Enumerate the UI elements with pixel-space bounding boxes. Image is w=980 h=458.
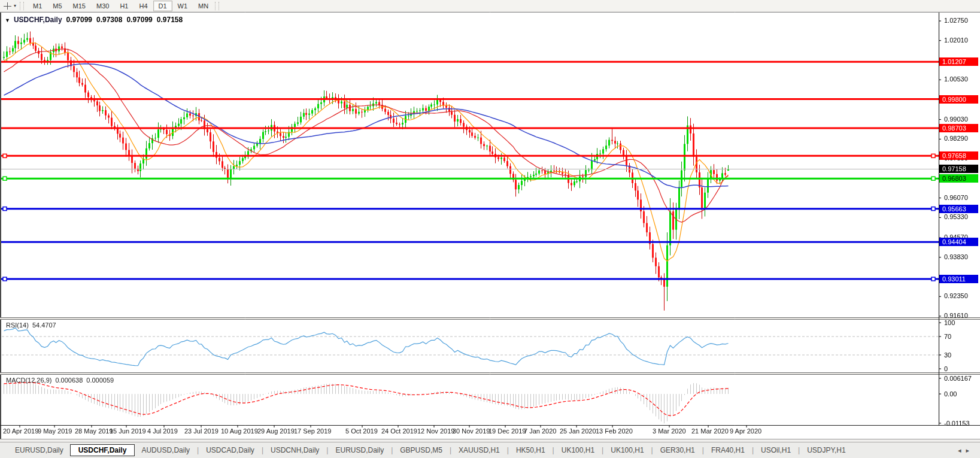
date-axis-label: 30 Nov 2019 bbox=[453, 427, 490, 435]
timeframe-button-group: M1M5M15M30H1H4D1W1MN bbox=[28, 1, 214, 11]
date-axis-label: 23 Jul 2019 bbox=[184, 427, 219, 435]
macd-name: MACD(12,26,9) bbox=[6, 377, 51, 384]
timeframe-button-h4[interactable]: H4 bbox=[134, 1, 153, 11]
chart-tab-usdchf-daily[interactable]: USDCHF,Daily bbox=[70, 444, 135, 456]
toolbar-separator bbox=[215, 2, 219, 10]
macd-indicator-label: MACD(12,26,9)0.0006380.000059 bbox=[6, 377, 117, 384]
date-axis-label: 24 Oct 2019 bbox=[381, 427, 417, 435]
timeframe-button-m1[interactable]: M1 bbox=[28, 1, 47, 11]
price-axis-tick: 0.98290 bbox=[944, 135, 968, 142]
chart-tab-uk100-h1[interactable]: UK100,H1 bbox=[555, 444, 601, 456]
chart-tab-usdjpy-h1[interactable]: USDJPY,H1 bbox=[800, 444, 852, 456]
date-axis-label: 21 Mar 2020 bbox=[691, 427, 729, 435]
price-axis-tick: 0.91610 bbox=[944, 312, 968, 319]
price-axis-tick: 1.02010 bbox=[944, 37, 968, 44]
chart-tab-hk50-h1[interactable]: HK50,H1 bbox=[509, 444, 552, 456]
date-axis-label: 4 Jul 2019 bbox=[147, 427, 178, 435]
date-axis-label: 20 Apr 2019 bbox=[3, 427, 38, 435]
chart-tab-gbpusd-m5[interactable]: GBPUSD,M5 bbox=[393, 444, 449, 456]
ohlc-low: 0.97099 bbox=[126, 16, 152, 24]
mt4-terminal: { "app": { "toolbar": { "cursor_tool_dro… bbox=[0, 0, 980, 458]
ohlc-close: 0.97158 bbox=[157, 16, 183, 24]
rsi-value: 54.4707 bbox=[32, 321, 56, 329]
date-axis-label: 13 Feb 2020 bbox=[596, 427, 633, 435]
date-axis-label: 10 Aug 2019 bbox=[221, 427, 258, 435]
price-level-tag: 0.97658 bbox=[939, 151, 978, 160]
ohlc-open: 0.97099 bbox=[66, 16, 92, 24]
date-axis-label: 17 Sep 2019 bbox=[294, 427, 331, 435]
macd-axis-tick: -0.01153 bbox=[944, 420, 970, 427]
date-axis-label: 29 Aug 2019 bbox=[257, 427, 295, 435]
date-axis-label: 7 Jan 2020 bbox=[524, 427, 556, 435]
price-level-tag: 0.94404 bbox=[939, 238, 978, 246]
price-axis-tick: 0.96070 bbox=[944, 194, 968, 201]
timeframe-button-mn[interactable]: MN bbox=[193, 1, 214, 11]
ohlc-high: 0.97308 bbox=[96, 16, 122, 24]
price-axis-tick: 0.93830 bbox=[944, 253, 968, 260]
price-axis-tick: 1.02750 bbox=[944, 17, 968, 24]
date-axis-label: 9 Apr 2020 bbox=[730, 427, 761, 435]
chart-toolbar: ▾ M1M5M15M30H1H4D1W1MN bbox=[0, 0, 980, 12]
price-level-tag: 0.99800 bbox=[939, 95, 978, 104]
price-axis-tick: 0.99030 bbox=[944, 116, 968, 123]
timeframe-button-m30[interactable]: M30 bbox=[91, 1, 114, 11]
chart-tab-eurusd-daily[interactable]: EURUSD,Daily bbox=[8, 444, 70, 456]
chart-tab-audusd-daily[interactable]: AUDUSD,Daily bbox=[135, 444, 196, 456]
tab-scroll-right-button[interactable]: ▸ bbox=[966, 447, 974, 454]
rsi-axis-tick: 100 bbox=[944, 319, 955, 326]
macd-axis-tick: 0.006167 bbox=[944, 375, 972, 382]
date-axis-label: 5 Oct 2019 bbox=[345, 427, 378, 435]
tab-scroll-left-button[interactable]: ◂ bbox=[958, 447, 966, 454]
timeframe-button-d1[interactable]: D1 bbox=[153, 1, 172, 11]
date-axis-label: 12 Nov 2019 bbox=[417, 427, 454, 435]
price-level-tag: 1.01207 bbox=[939, 57, 978, 66]
macd-value: 0.000638 bbox=[55, 377, 83, 384]
date-axis-label: 15 Jun 2019 bbox=[110, 427, 146, 435]
timeframe-button-w1[interactable]: W1 bbox=[172, 1, 193, 11]
date-axis-label: 9 May 2019 bbox=[38, 427, 72, 435]
timeframe-button-h1[interactable]: H1 bbox=[114, 1, 134, 11]
rsi-axis-tick: 70 bbox=[944, 333, 951, 340]
date-axis-label: 25 Jan 2020 bbox=[560, 427, 596, 435]
chart-tab-usdcnh-daily[interactable]: USDCNH,Daily bbox=[264, 444, 326, 456]
price-level-tag: 0.96803 bbox=[939, 174, 978, 183]
price-level-tag: 0.98703 bbox=[939, 124, 978, 132]
price-level-tag: 0.97158 bbox=[939, 165, 978, 173]
price-axis-tick: 0.95330 bbox=[944, 213, 968, 220]
chart-tab-xauusd-h1[interactable]: XAUUSD,H1 bbox=[452, 444, 506, 456]
price-axis-tick: 1.00530 bbox=[944, 75, 968, 83]
macd-signal-value: 0.000059 bbox=[86, 377, 114, 384]
toolbar-separator bbox=[20, 2, 24, 10]
date-axis-label: 28 May 2019 bbox=[75, 427, 113, 435]
price-level-tag: 0.93011 bbox=[939, 275, 978, 283]
date-axis-label: 19 Dec 2019 bbox=[489, 427, 526, 435]
timeframe-button-m5[interactable]: M5 bbox=[47, 1, 67, 11]
price-chart-canvas[interactable] bbox=[0, 0, 980, 458]
rsi-indicator-label: RSI(14)54.4707 bbox=[6, 321, 60, 329]
chart-tab-bar: EURUSD,DailyUSDCHF,DailyAUDUSD,Daily|USD… bbox=[0, 442, 980, 458]
chart-tab-eurusd-daily[interactable]: EURUSD,Daily bbox=[329, 444, 390, 456]
chart-symbol-label: USDCHF,Daily bbox=[14, 16, 62, 24]
rsi-axis-tick: 30 bbox=[944, 351, 951, 359]
chart-tab-usoil-h1[interactable]: USOil,H1 bbox=[754, 444, 797, 456]
cursor-dropdown-icon[interactable]: ▾ bbox=[14, 3, 16, 8]
chart-title: ▼USDCHF,Daily0.970990.973080.970990.9715… bbox=[5, 16, 183, 24]
macd-axis-tick: 0.00 bbox=[944, 390, 957, 398]
chart-tab-usdcad-daily[interactable]: USDCAD,Daily bbox=[199, 444, 261, 456]
chart-tab-fra40-h1[interactable]: FRA40,H1 bbox=[705, 444, 751, 456]
date-axis-label: 3 Mar 2020 bbox=[653, 427, 686, 435]
chart-tab-ger30-h1[interactable]: GER30,H1 bbox=[654, 444, 702, 456]
timeframe-button-m15[interactable]: M15 bbox=[68, 1, 91, 11]
rsi-name: RSI(14) bbox=[6, 321, 29, 329]
symbol-dropdown-icon[interactable]: ▼ bbox=[5, 17, 10, 23]
price-axis-tick: 0.92350 bbox=[944, 292, 968, 299]
chart-tab-uk100-h1[interactable]: UK100,H1 bbox=[604, 444, 650, 456]
price-level-tag: 0.95663 bbox=[939, 205, 978, 213]
rsi-axis-tick: 0 bbox=[944, 365, 948, 372]
crosshair-cursor-icon[interactable] bbox=[3, 2, 13, 10]
tab-scroll-arrows: ◂▸ bbox=[958, 447, 974, 454]
